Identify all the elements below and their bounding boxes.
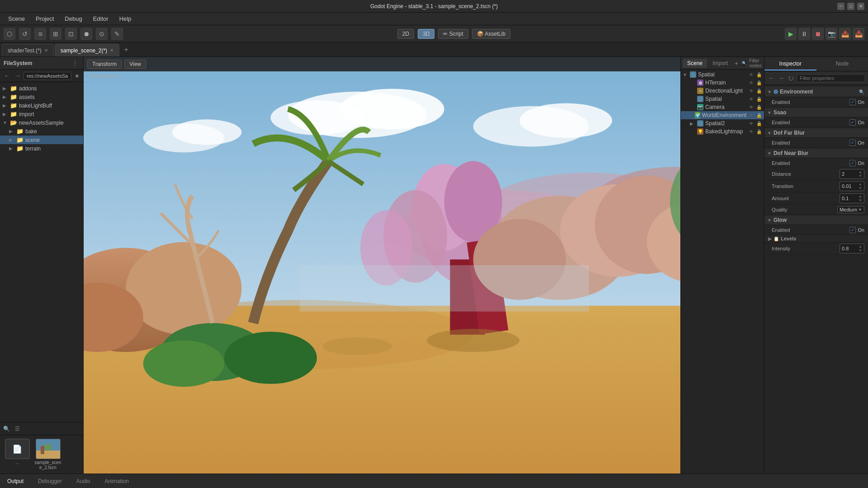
node-eye-worldenv[interactable]: 👁 <box>748 112 755 118</box>
node-lock-camera[interactable]: 🔒 <box>756 104 762 110</box>
mode-script-button[interactable]: ✏ Script <box>438 29 468 39</box>
scene-node-spatial2[interactable]: ▶ ⬡ Spatial2 👁 🔒 <box>681 119 764 127</box>
play-button[interactable]: ▶ <box>785 28 797 40</box>
tab-debugger[interactable]: Debugger <box>34 476 66 486</box>
filter-nodes-field[interactable]: 🔍 <box>741 60 747 67</box>
fs-item-scene[interactable]: ▶ 📁 scene <box>0 136 83 144</box>
fs-back-button[interactable]: ← <box>2 71 12 81</box>
scene-node-dirlight[interactable]: ☀ DirectionalLight 👁 🔒 <box>681 87 764 95</box>
tool-move[interactable]: ↺ <box>19 28 31 40</box>
fs-path-field[interactable]: res://newAssetsSa <box>24 72 71 80</box>
tab-sample-scene[interactable]: sample_scene_2(*) ✕ <box>55 44 119 56</box>
dof-far-enabled-checkbox[interactable] <box>849 140 856 146</box>
fs-search-button[interactable]: 🔍 <box>2 424 11 433</box>
tab-animation[interactable]: Animation <box>101 476 132 486</box>
dof-near-distance-arrows[interactable]: ▲▼ <box>859 170 862 178</box>
node-lock-worldenv[interactable]: 🔒 <box>756 112 762 118</box>
maximize-button[interactable]: □ <box>847 3 854 10</box>
menu-help[interactable]: Help <box>115 14 136 23</box>
env-search-icon[interactable]: 🔍 <box>858 88 865 95</box>
remote-button[interactable]: 📥 <box>853 28 864 40</box>
filesystem-menu-button[interactable]: ⋮ <box>71 59 80 68</box>
dof-near-amount-spinbox[interactable]: 0.1 ▲▼ <box>840 193 864 203</box>
thumb-item-back[interactable]: 📄 ... <box>4 439 31 470</box>
section-environment-header[interactable]: ▼ Environment 🔍 <box>764 87 868 97</box>
menu-editor[interactable]: Editor <box>89 14 113 23</box>
tool-rotate[interactable]: ⧆ <box>34 28 46 40</box>
tab-output[interactable]: Output <box>4 476 27 486</box>
tool-camera[interactable]: ⊙ <box>96 28 108 40</box>
tab-add-button[interactable]: + <box>120 44 132 56</box>
tool-edit[interactable]: ✎ <box>111 28 123 40</box>
fs-item-addons[interactable]: ▶ 📁 addons <box>0 84 83 93</box>
dof-near-enabled-checkbox[interactable] <box>849 160 856 166</box>
glow-levels-subsection[interactable]: ▶ 📋 Levels <box>764 235 868 243</box>
node-eye-baked[interactable]: 👁 <box>748 128 755 135</box>
tab-close-sample[interactable]: ✕ <box>110 48 113 53</box>
node-eye-spatial-child[interactable]: 👁 <box>748 96 755 102</box>
node-eye-root[interactable]: 👁 <box>748 71 755 78</box>
deploy-button[interactable]: 📤 <box>839 28 851 40</box>
node-eye-terrain[interactable]: 👁 <box>748 80 755 86</box>
fs-forward-button[interactable]: → <box>13 71 23 81</box>
insp-history-button[interactable]: ⭮ <box>787 73 795 83</box>
tab-shader-test[interactable]: shaderTest.(*) ✕ <box>2 44 54 56</box>
pause-button[interactable]: ⏸ <box>798 28 810 40</box>
import-tab[interactable]: Import <box>708 59 732 68</box>
insp-forward-button[interactable]: → <box>777 73 785 83</box>
tab-close-shader[interactable]: ✕ <box>44 48 48 53</box>
stop-button[interactable]: ⏹ <box>812 28 824 40</box>
menu-project[interactable]: Project <box>31 14 58 23</box>
scene-node-worldenv[interactable]: 🌍 WorldEnvironment 👁 🔒 <box>681 111 764 119</box>
tool-select[interactable]: ⬡ <box>4 28 15 40</box>
vp-transform-button[interactable]: Transform <box>87 60 122 69</box>
section-ssao-header[interactable]: ▼ Ssao <box>764 108 868 117</box>
mode-assetlib-button[interactable]: 📦 AssetLib <box>472 29 511 39</box>
ssao-enabled-checkbox[interactable] <box>849 119 856 126</box>
window-controls[interactable]: ─ □ ✕ <box>837 3 864 10</box>
scene-node-hterrain[interactable]: ⬢ HTerrain 👁 🔒 <box>681 79 764 87</box>
fs-item-terrain[interactable]: ▶ 📁 terrain <box>0 144 83 153</box>
tab-node[interactable]: Node <box>816 58 868 70</box>
tool-snap[interactable]: ⊡ <box>65 28 77 40</box>
add-node-button[interactable]: + <box>733 59 740 68</box>
section-dof-near-header[interactable]: ▼ Dof Near Blur <box>764 149 868 158</box>
vp-view-button[interactable]: View <box>124 60 146 69</box>
menu-scene[interactable]: Scene <box>4 14 29 23</box>
scene-node-camera[interactable]: 📷 Camera 👁 🔒 <box>681 103 764 111</box>
mode-2d-button[interactable]: 2D <box>397 29 414 39</box>
dof-near-transition-arrows[interactable]: ▲▼ <box>859 182 862 190</box>
minimize-button[interactable]: ─ <box>837 3 844 10</box>
node-lock-terrain[interactable]: 🔒 <box>756 80 762 86</box>
node-lock-spatial2[interactable]: 🔒 <box>756 120 762 127</box>
section-dof-far-header[interactable]: ▼ Dof Far Blur <box>764 128 868 138</box>
menu-debug[interactable]: Debug <box>60 14 86 23</box>
scene-node-baked[interactable]: 💡 BakedLightmap 👁 🔒 <box>681 127 764 136</box>
mode-3d-button[interactable]: 3D <box>418 29 434 39</box>
fs-item-bake-sub[interactable]: ▶ 📁 bake <box>0 127 83 136</box>
node-eye-spatial2[interactable]: 👁 <box>748 120 755 127</box>
close-button[interactable]: ✕ <box>857 3 864 10</box>
fs-item-assets[interactable]: ▶ 📁 assets <box>0 93 83 101</box>
dof-near-quality-select[interactable]: Medium ▼ <box>837 206 864 213</box>
env-enabled-checkbox[interactable] <box>849 99 856 105</box>
glow-intensity-arrows[interactable]: ▲▼ <box>859 244 862 253</box>
inspector-search-input[interactable] <box>797 74 865 82</box>
fs-item-import[interactable]: ▶ 📁 import <box>0 110 83 118</box>
fs-list-button[interactable]: ☰ <box>13 424 22 433</box>
dof-near-amount-arrows[interactable]: ▲▼ <box>859 194 862 202</box>
tab-inspector[interactable]: Inspector <box>764 58 816 70</box>
insp-back-button[interactable]: ← <box>767 73 775 83</box>
node-lock-spatial-child[interactable]: 🔒 <box>756 96 762 102</box>
scene-node-spatial-root[interactable]: ▼ ⬡ Spatial 👁 🔒 <box>681 70 764 79</box>
viewport[interactable]: Transform View [Perspective] <box>84 57 680 474</box>
fs-item-newassets[interactable]: ▼ 📂 newAssetsSample <box>0 118 83 127</box>
glow-intensity-spinbox[interactable]: 0.8 ▲▼ <box>840 244 864 253</box>
scene-tab[interactable]: Scene <box>683 59 707 68</box>
node-eye-dirlight[interactable]: 👁 <box>748 88 755 94</box>
dof-near-distance-spinbox[interactable]: 2 ▲▼ <box>840 169 864 179</box>
node-lock-baked[interactable]: 🔒 <box>756 128 762 135</box>
section-glow-header[interactable]: ▼ Glow <box>764 216 868 225</box>
thumb-item-sample[interactable]: sample_scene_2.tscn <box>34 439 61 470</box>
screenshot-button[interactable]: 📷 <box>826 28 837 40</box>
